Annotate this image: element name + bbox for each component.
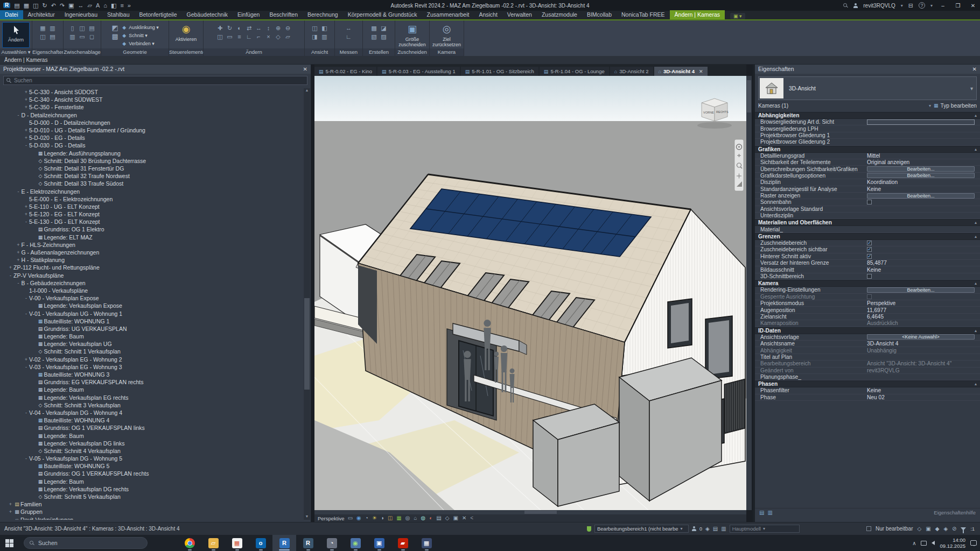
ribbon-tab--ndern-kameras[interactable]: Ändern | Kameras: [670, 10, 725, 19]
select-by-face-icon[interactable]: ◈: [943, 526, 948, 532]
ribbon-tab-stahlbau[interactable]: Stahlbau: [102, 10, 134, 19]
tree-item[interactable]: ▦Legende: Baum: [0, 432, 303, 439]
tree-item[interactable]: +F - HLS-Zeichnungen: [0, 241, 303, 249]
contacts-icon[interactable]: ◉: [344, 535, 367, 551]
tool-icon[interactable]: ◫: [311, 24, 319, 32]
project-browser-scrollbar[interactable]: ▲ ▼: [304, 88, 310, 520]
view-tab-5-r-1-01-og-sitzbereich[interactable]: ▤5-R-1.01 - OG - Sitzbereich: [461, 67, 538, 76]
3d-lock-icon[interactable]: ⌂: [414, 515, 417, 521]
tree-item[interactable]: 1-I-000 - Verkaufspläne: [0, 287, 303, 294]
ribbon-tab-verwalten[interactable]: Verwalten: [502, 10, 537, 19]
tree-expander-icon[interactable]: -: [23, 219, 29, 224]
tree-item[interactable]: -ZP-V Verkaufspläne: [0, 272, 303, 279]
tree-item[interactable]: +5-C-340 - Ansicht SÜDWEST: [0, 96, 303, 103]
section-collapse-icon[interactable]: ▴: [975, 234, 977, 239]
tool-icon[interactable]: ▩: [111, 33, 119, 40]
tree-item[interactable]: ▤Grundriss: EG VERKAUFSPLAN rechts: [0, 378, 303, 386]
tree-expander-icon[interactable]: +: [16, 257, 22, 263]
scroll-up-icon[interactable]: ▲: [304, 88, 310, 94]
tool-icon[interactable]: ×: [264, 33, 272, 40]
property-checkbox[interactable]: [867, 294, 872, 299]
signed-in-user[interactable]: revit3RQVLQ: [863, 3, 895, 9]
view-tab-5-r-0-02-eg-kino[interactable]: ▤5-R-0.02 - EG - Kino: [314, 67, 376, 76]
temporary-isolate-icon[interactable]: ◍: [421, 515, 426, 521]
tool-icon[interactable]: ∟: [245, 33, 253, 40]
minimize-button[interactable]: –: [938, 3, 948, 9]
property-checkbox[interactable]: [867, 241, 872, 245]
tree-item[interactable]: 5-D-000 - D - Detailzeichnungen: [0, 119, 303, 126]
property-value[interactable]: 11,6977: [867, 307, 886, 313]
edit-type-button[interactable]: ▦ Typ bearbeiten: [934, 103, 977, 109]
tree-item[interactable]: ▤Grundriss: OG 1 Elektro: [0, 225, 303, 233]
tree-item[interactable]: -V-00 - Verkaufsplan Expose: [0, 294, 303, 302]
panel-label[interactable]: Eigenschaften: [32, 48, 63, 56]
revit-logo-icon[interactable]: R: [3, 3, 10, 8]
type-selector[interactable]: 3D-Ansicht ▾: [758, 76, 977, 100]
section-collapse-icon[interactable]: ▴: [975, 281, 977, 286]
property-value[interactable]: Ausdrücklich: [867, 320, 898, 326]
scale-button[interactable]: Perspektive: [318, 515, 345, 521]
button-aktivieren[interactable]: ◉Aktivieren: [171, 22, 201, 43]
tree-item[interactable]: ▤Grundriss: OG 1 VERKAUFSPLAN links: [0, 424, 303, 432]
tool-icon[interactable]: ◇: [274, 33, 282, 40]
tool-icon[interactable]: ≡: [235, 33, 243, 40]
tree-item[interactable]: +ZP-112 Flucht- und Rettungspläne: [0, 264, 303, 271]
ribbon-tab-ansicht[interactable]: Ansicht: [474, 10, 502, 19]
crop-view-icon[interactable]: ▦: [396, 515, 401, 521]
property-checkbox[interactable]: [867, 247, 872, 252]
panel-label[interactable]: Kamera: [430, 48, 464, 56]
tree-item[interactable]: +5-E-120 - EG - ELT Konzept: [0, 210, 303, 218]
tree-item[interactable]: ◇Schnitt: Detail 32 Traufe Nordwest: [0, 172, 303, 180]
tool-icon[interactable]: ▩: [370, 24, 378, 32]
rendering-icon[interactable]: ◫: [388, 515, 393, 521]
property-value[interactable]: Koordination: [867, 179, 898, 185]
tree-item[interactable]: 5-E-000 - E - Elektrozeichnungen: [0, 195, 303, 203]
remote-icon[interactable]: ▣: [367, 535, 391, 551]
tree-item[interactable]: +▤Familien: [0, 500, 303, 508]
tool-icon[interactable]: ▥: [320, 33, 328, 40]
analytical-model-icon[interactable]: ▣: [453, 515, 458, 521]
property-button[interactable]: <Keine Auswahl>: [867, 334, 975, 340]
ribbon-tab-zusammenarbeit[interactable]: Zusammenarbeit: [422, 10, 474, 19]
tree-item[interactable]: ◇Schnitt: Schnitt 3 Verkaufsplan: [0, 401, 303, 409]
menu-button-ausklinkung-[interactable]: ◆Ausklinkung ▾: [121, 24, 159, 31]
outlook-icon[interactable]: o: [249, 535, 272, 551]
print-icon[interactable]: ▣: [68, 3, 74, 9]
property-section-header[interactable]: Materialien und Oberflächen▴: [755, 219, 980, 226]
property-section-header[interactable]: Grenzen▴: [755, 233, 980, 240]
calculator-icon[interactable]: ▦: [415, 535, 438, 551]
tool-icon[interactable]: ⊖: [284, 24, 292, 32]
filter-chevron-icon[interactable]: ▾: [929, 103, 931, 108]
property-button[interactable]: Bearbeiten...: [867, 193, 975, 199]
tree-expander-icon[interactable]: +: [23, 204, 29, 209]
tool-icon[interactable]: ▥: [48, 24, 57, 32]
section-collapse-icon[interactable]: ▴: [975, 220, 977, 225]
ms-store-icon[interactable]: ▦: [225, 535, 249, 551]
property-checkbox[interactable]: [867, 200, 872, 204]
tree-expander-icon[interactable]: -: [23, 311, 29, 316]
property-value[interactable]: Ansicht "3D-Ansicht: 3D-Ansicht 4": [867, 361, 951, 366]
crop-size-icon[interactable]: ▭: [348, 515, 353, 521]
constraints-icon[interactable]: ✕: [462, 515, 466, 521]
tree-item[interactable]: +V-02 - Verkaufsplan EG - Wohnung 2: [0, 356, 303, 363]
select-links-icon[interactable]: ◇: [918, 526, 922, 532]
start-button[interactable]: [0, 535, 18, 551]
tree-item[interactable]: ▦Legende: Verkaufsplan DG links: [0, 440, 303, 447]
property-checkbox[interactable]: [867, 254, 872, 259]
tree-item[interactable]: +H - Statikplanung: [0, 256, 303, 264]
tree-item[interactable]: ◇Schnitt: Schnitt 5 Verkaufsplan: [0, 493, 303, 500]
tool-icon[interactable]: ↕: [264, 24, 272, 32]
worksharing-display-icon[interactable]: ▤: [436, 515, 441, 521]
tool-icon[interactable]: ↻: [226, 24, 234, 32]
tree-item[interactable]: ▦Legende: Verkaufsplan DG rechts: [0, 485, 303, 493]
user-menu-chevron-icon[interactable]: ▾: [901, 3, 903, 8]
temporary-view-icon[interactable]: ◇: [445, 515, 450, 521]
tree-item[interactable]: ◇Schnitt: Detail 31 Fenstertür DG: [0, 165, 303, 172]
property-value[interactable]: Perspektive: [867, 300, 895, 306]
tree-item[interactable]: ▤Grundriss: OG 1 VERKAUFSPLAN rechts: [0, 470, 303, 477]
panel-label[interactable]: Ansicht: [305, 48, 334, 56]
tool-icon[interactable]: ◩: [111, 24, 119, 32]
tree-item[interactable]: ▦Bauteilliste: WOHNUNG 3: [0, 371, 303, 378]
tree-expander-icon[interactable]: -: [23, 456, 29, 461]
tree-expander-icon[interactable]: +: [23, 357, 29, 362]
